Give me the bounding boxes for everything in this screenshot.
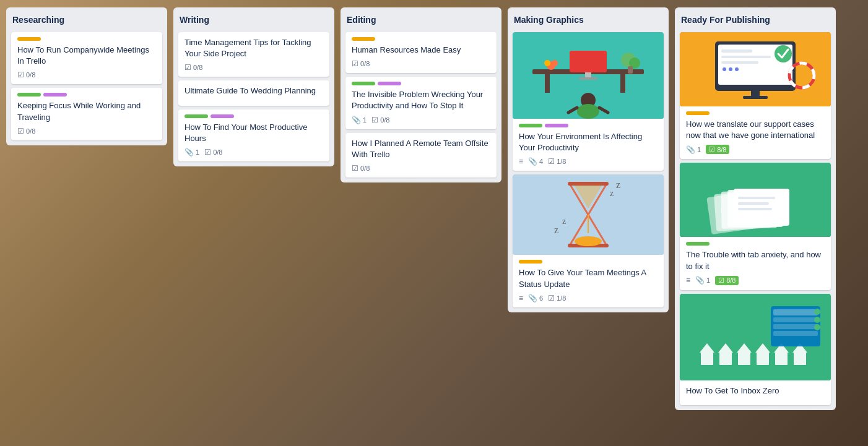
svg-rect-6	[579, 77, 597, 80]
label-yellow	[686, 111, 710, 115]
card-badges: ☑ 0/8	[184, 63, 323, 72]
label-green	[184, 114, 208, 118]
svg-rect-9	[628, 66, 633, 74]
checklist-icon: ☑	[17, 127, 24, 135]
checklist-badge: ☑ 0/8	[204, 148, 222, 157]
card-environment-productivity[interactable]: How Your Environment Is Affecting Your P…	[513, 32, 664, 171]
card-companywide-meetings[interactable]: How To Run Companywide Meetings In Trell…	[11, 32, 162, 84]
card-labels	[17, 93, 156, 96]
svg-rect-42	[743, 96, 768, 99]
attachment-icon: 📎	[686, 145, 695, 154]
svg-rect-41	[751, 91, 760, 96]
card-title: How To Get To Inbox Zero	[686, 385, 825, 397]
svg-rect-33	[721, 56, 771, 58]
card-title: How To Run Companywide Meetings In Trell…	[17, 45, 156, 67]
checklist-icon: ☑	[548, 294, 555, 302]
card-badges: ≡ 📎 6 ☑ 1/8	[519, 294, 658, 302]
svg-point-23	[575, 236, 602, 246]
checklist-badge: ☑ 1/8	[548, 157, 566, 166]
column-header-writing: Writing	[178, 12, 329, 28]
column-researching: Researching How To Run Companywide Meeti…	[6, 7, 167, 145]
card-labels	[352, 82, 490, 85]
attachment-icon: 📎	[528, 294, 537, 302]
attachment-value: 1	[363, 116, 367, 124]
column-header-ready: Ready For Publishing	[680, 12, 831, 28]
column-making-graphics: Making Graphics	[508, 7, 669, 312]
card-labels	[686, 242, 825, 246]
attachment-icon: 📎	[695, 276, 705, 285]
card-productive-hours[interactable]: How To Find Your Most Productive Hours 📎…	[178, 109, 329, 161]
card-title: Time Management Tips for Tackling Your S…	[184, 37, 323, 59]
card-time-management[interactable]: Time Management Tips for Tackling Your S…	[178, 32, 329, 77]
card-title: How I Planned A Remote Team Offsite With…	[352, 138, 490, 160]
checklist-value: 0/8	[193, 64, 202, 71]
checklist-icon: ☑	[548, 157, 555, 166]
card-hr-made-easy[interactable]: Human Resources Made Easy ☑ 0/8	[345, 32, 497, 73]
attachment-value: 1	[706, 277, 710, 284]
attachment-badge: 📎 4	[528, 157, 543, 166]
card-remote-offsite[interactable]: How I Planned A Remote Team Offsite With…	[345, 133, 497, 178]
card-title: Human Resources Made Easy	[352, 45, 490, 56]
svg-text:z: z	[610, 189, 614, 198]
checklist-badge: ☑ 0/8	[352, 164, 370, 173]
card-image-inbox	[680, 294, 831, 380]
card-badges: ≡ 📎 4 ☑ 1/8	[519, 157, 658, 166]
checklist-badge: ☑ 0/8	[184, 63, 202, 72]
card-image-woman-meditation	[513, 32, 664, 119]
description-icon: ≡	[519, 157, 523, 166]
svg-text:z: z	[554, 225, 558, 235]
label-green	[17, 93, 41, 96]
card-badges: ☑ 0/8	[17, 71, 156, 79]
card-badges: ☑ 0/8	[352, 59, 490, 68]
svg-rect-54	[701, 353, 713, 365]
label-purple	[545, 124, 568, 127]
svg-rect-4	[570, 51, 607, 72]
label-yellow	[17, 37, 41, 41]
checklist-value: 0/8	[360, 165, 370, 172]
card-support-cases[interactable]: How we translate our support cases now t…	[680, 32, 831, 159]
checklist-complete-value: 8/8	[726, 277, 736, 284]
checklist-badge: ☑ 0/8	[371, 116, 389, 124]
column-ready-for-publishing: Ready For Publishing	[675, 7, 836, 410]
card-title: The Invisible Problem Wrecking Your Prod…	[352, 89, 490, 111]
label-yellow	[352, 37, 375, 41]
checklist-value: 0/8	[213, 148, 222, 156]
checklist-value: 0/8	[380, 116, 389, 124]
checklist-icon: ☑	[371, 116, 378, 124]
svg-rect-32	[721, 49, 752, 53]
column-editing: Editing Human Resources Made Easy ☑ 0/8	[341, 7, 501, 182]
card-invisible-problem[interactable]: The Invisible Problem Wrecking Your Prod…	[345, 77, 497, 129]
svg-rect-67	[773, 317, 818, 322]
description-badge: ≡	[519, 157, 523, 166]
attachment-icon: 📎	[184, 148, 194, 157]
svg-rect-34	[721, 61, 758, 64]
checklist-icon: ☑	[204, 148, 211, 157]
attachment-value: 1	[697, 146, 701, 153]
svg-point-38	[775, 45, 792, 62]
label-purple	[378, 82, 401, 85]
label-yellow	[519, 260, 542, 264]
card-tab-anxiety[interactable]: The Trouble with tab anxiety, and how to…	[680, 163, 831, 289]
attachment-badge: 📎 1	[695, 276, 710, 285]
card-title: Ultimate Guide To Wedding Planning	[184, 85, 323, 96]
card-title: How we translate our support cases now t…	[686, 119, 825, 141]
card-team-meetings-status[interactable]: z z z z How To Give Your Team Meetings A…	[513, 174, 664, 307]
card-inbox-zero[interactable]: How To Get To Inbox Zero	[680, 294, 831, 405]
checklist-badge: ☑ 1/8	[548, 294, 566, 302]
checklist-icon: ☑	[352, 59, 358, 68]
checklist-badge: ☑ 0/8	[17, 71, 35, 79]
column-header-editing: Editing	[345, 12, 497, 28]
card-badges: ☑ 0/8	[17, 127, 156, 135]
card-wedding-planning[interactable]: Ultimate Guide To Wedding Planning	[178, 80, 329, 105]
card-labels	[686, 111, 825, 115]
label-green	[686, 242, 710, 246]
attachment-value: 1	[196, 148, 199, 156]
board: Researching How To Run Companywide Meeti…	[0, 0, 868, 418]
svg-rect-66	[773, 309, 818, 315]
card-keeping-focus[interactable]: Keeping Focus While Working and Travelin…	[11, 88, 162, 140]
svg-point-15	[544, 60, 550, 66]
attachment-badge: 📎 6	[528, 294, 543, 302]
svg-point-35	[723, 67, 726, 71]
description-icon: ≡	[686, 276, 690, 285]
card-badges: 📎 1 ☑ 0/8	[184, 148, 323, 157]
